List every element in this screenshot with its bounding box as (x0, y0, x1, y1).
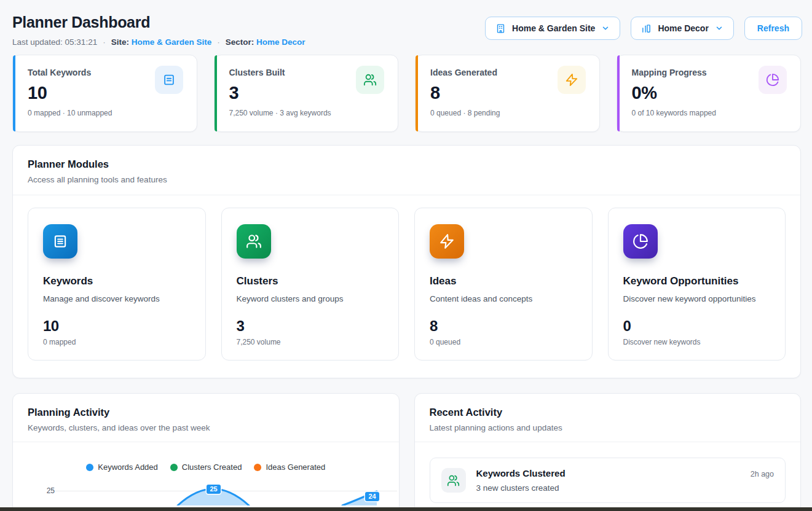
module-sub: Discover new keywords (623, 338, 771, 346)
module-card-keywords[interactable]: Keywords Manage and discover keywords 10… (28, 208, 206, 361)
module-title: Keywords (43, 275, 191, 287)
document-icon (43, 224, 77, 259)
site-meta: Site: Home & Garden Site (111, 37, 212, 47)
header-meta: Last updated: 05:31:21 · Site: Home & Ga… (12, 37, 305, 47)
building-icon (495, 23, 506, 34)
module-title: Keyword Opportunities (623, 275, 771, 287)
pie-chart-icon (759, 66, 787, 94)
stat-card-ideas-generated: Ideas Generated 8 0 queued · 8 pending (415, 55, 600, 132)
bolt-icon (558, 66, 586, 94)
page-title: Planner Dashboard (12, 14, 305, 31)
module-title: Clusters (237, 275, 384, 287)
users-icon (441, 468, 466, 493)
bottom-row: Planning Activity Keywords, clusters, an… (12, 393, 801, 511)
sector-selector-button[interactable]: Home Decor (631, 17, 733, 40)
module-title: Ideas (430, 275, 577, 287)
site-selector-label: Home & Garden Site (512, 23, 595, 33)
document-icon (155, 66, 183, 94)
recent-activity-header: Recent Activity Latest planning actions … (415, 394, 801, 443)
activity-item-time: 2h ago (751, 470, 774, 478)
recent-activity-title: Recent Activity (430, 407, 786, 418)
activity-list: Keywords Clustered 2h ago 3 new clusters… (415, 442, 801, 511)
chevron-down-icon (715, 24, 723, 33)
module-card-ideas[interactable]: Ideas Content ideas and concepts 8 0 que… (414, 208, 593, 361)
stat-card-clusters-built: Clusters Built 3 7,250 volume · 3 avg ke… (214, 55, 399, 132)
activity-item-title: Keywords Clustered (476, 468, 566, 478)
stat-card-total-keywords: Total Keywords 10 0 mapped · 10 unmapped (12, 55, 197, 132)
screen-bottom-edge-band (0, 507, 812, 511)
bolt-icon (430, 224, 464, 259)
sector-link[interactable]: Home Decor (256, 37, 305, 47)
modules-panel-subtitle: Access all planning tools and features (28, 175, 786, 184)
module-description: Keyword clusters and groups (237, 294, 384, 303)
stat-sub: 7,250 volume · 3 avg keywords (229, 109, 385, 117)
data-point-label: 25 (207, 485, 221, 494)
last-updated-text: Last updated: 05:31:21 (12, 37, 97, 47)
module-value: 0 (623, 318, 771, 335)
stat-card-mapping-progress: Mapping Progress 0% 0 of 10 keywords map… (617, 55, 802, 132)
topbar: Planner Dashboard Last updated: 05:31:21… (0, 0, 812, 47)
module-card-keyword-opportunities[interactable]: Keyword Opportunities Discover new keywo… (608, 208, 786, 361)
planner-dashboard-screen: Planner Dashboard Last updated: 05:31:21… (0, 0, 812, 511)
stat-sub: 0 mapped · 10 unmapped (28, 109, 183, 117)
stat-sub: 0 queued · 8 pending (430, 109, 586, 117)
pie-chart-icon (623, 224, 658, 259)
modules-panel-header: Planner Modules Access all planning tool… (13, 146, 800, 195)
meta-separator: · (217, 37, 220, 47)
module-card-clusters[interactable]: Clusters Keyword clusters and groups 3 7… (221, 208, 400, 361)
stats-row: Total Keywords 10 0 mapped · 10 unmapped… (12, 55, 801, 132)
modules-grid: Keywords Manage and discover keywords 10… (13, 195, 800, 378)
recent-activity-subtitle: Latest planning actions and updates (430, 423, 786, 432)
modules-panel-title: Planner Modules (28, 158, 786, 170)
meta-separator: · (103, 37, 106, 47)
module-description: Manage and discover keywords (43, 294, 191, 303)
refresh-button-label: Refresh (757, 23, 789, 33)
recent-activity-panel: Recent Activity Latest planning actions … (414, 393, 802, 511)
planner-modules-panel: Planner Modules Access all planning tool… (12, 145, 801, 378)
site-link[interactable]: Home & Garden Site (132, 37, 212, 47)
module-sub: 7,250 volume (237, 338, 384, 346)
users-icon (356, 66, 384, 94)
bar-chart-icon (641, 23, 652, 34)
activity-item-keywords-clustered[interactable]: Keywords Clustered 2h ago 3 new clusters… (430, 458, 786, 503)
module-description: Discover new keyword opportunities (623, 294, 771, 303)
activity-item-body: Keywords Clustered 2h ago 3 new clusters… (476, 468, 775, 493)
module-value: 8 (430, 318, 577, 335)
planning-activity-panel: Planning Activity Keywords, clusters, an… (12, 393, 400, 511)
stat-sub: 0 of 10 keywords mapped (632, 109, 787, 117)
module-value: 3 (237, 318, 384, 335)
planning-activity-header: Planning Activity Keywords, clusters, an… (13, 394, 399, 443)
site-selector-button[interactable]: Home & Garden Site (485, 17, 620, 40)
header-left: Planner Dashboard Last updated: 05:31:21… (12, 14, 305, 47)
module-description: Content ideas and concepts (430, 294, 577, 303)
planning-activity-title: Planning Activity (28, 407, 384, 418)
users-icon (237, 224, 271, 259)
module-value: 10 (43, 318, 191, 335)
module-sub: 0 mapped (43, 338, 191, 346)
chevron-down-icon (601, 24, 610, 33)
module-sub: 0 queued (430, 338, 577, 346)
sector-selector-label: Home Decor (658, 23, 708, 33)
refresh-button[interactable]: Refresh (744, 17, 802, 40)
data-point-label: 24 (365, 492, 379, 501)
planning-activity-subtitle: Keywords, clusters, and ideas over the p… (28, 423, 384, 432)
toolbar: Home & Garden Site Home Decor Refresh (485, 17, 802, 40)
sector-meta: Sector: Home Decor (226, 37, 305, 47)
activity-item-description: 3 new clusters created (476, 483, 775, 493)
keywords-added-area-curve (13, 442, 400, 505)
